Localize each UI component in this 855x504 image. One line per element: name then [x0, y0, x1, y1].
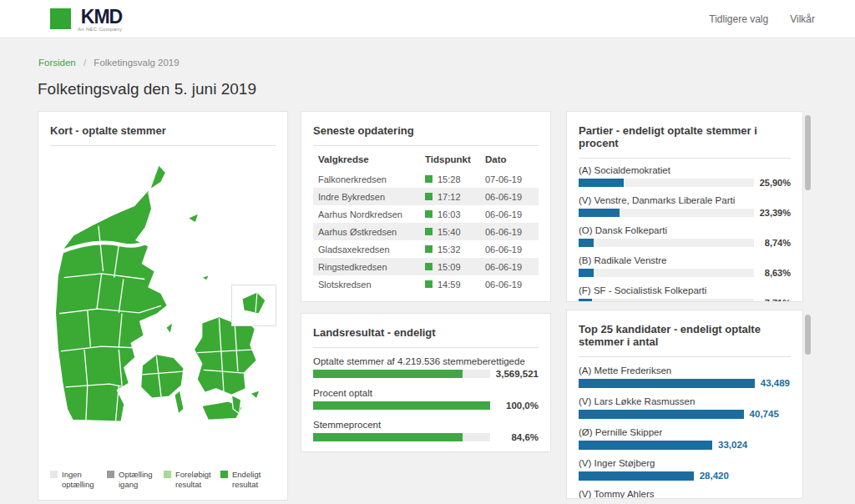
- candidate-label: (Ø) Pernille Skipper: [579, 427, 791, 437]
- district-name: Aarhus Østkredsen: [318, 227, 425, 237]
- table-row[interactable]: Slotskredsen 14:59 06-06-19: [313, 275, 539, 293]
- metric-row: Stemmeprocent 84,6%: [313, 420, 539, 442]
- candidate-votes: 43,489: [761, 378, 790, 388]
- parties-list: (A) Socialdemokratiet 25,90% (V) Venstre…: [567, 159, 802, 302]
- metric-row: Procent optalt 100,0%: [313, 388, 539, 411]
- divider: [313, 145, 539, 146]
- candidate-bar: [579, 471, 694, 481]
- table-row[interactable]: Falkonerkredsen 15:28 07-06-19: [313, 170, 539, 188]
- candidate-bar: [579, 441, 712, 450]
- table-row[interactable]: Indre Bykredsen 17:12 06-06-19: [313, 188, 539, 205]
- latest-updates-card: Seneste opdatering Valgkredse Tidspunkt …: [301, 111, 551, 302]
- update-time: 17:12: [438, 192, 461, 202]
- updates-table: Valgkredse Tidspunkt Dato Falkonerkredse…: [313, 149, 539, 293]
- metric-label: Optalte stemmer af 4.219.536 stemmeberet…: [313, 356, 539, 366]
- final-status-icon: [425, 280, 433, 288]
- party-bar-fill: [579, 179, 624, 187]
- party-bar-fill: [579, 239, 594, 247]
- party-row: (B) Radikale Venstre 8,63%: [579, 255, 791, 278]
- update-date: 06-06-19: [485, 192, 534, 202]
- updates-table-body: Falkonerkredsen 15:28 07-06-19 Indre Byk…: [313, 170, 539, 293]
- metric-label: Procent optalt: [313, 388, 539, 398]
- legend-label: Endeligt resultat: [232, 470, 277, 490]
- map-card-title: Kort - optalte stemmer: [38, 112, 287, 145]
- breadcrumb-separator: /: [83, 58, 86, 68]
- col-dato: Dato: [485, 154, 534, 164]
- party-label: (V) Venstre, Danmarks Liberale Parti: [579, 195, 791, 205]
- candidate-votes: 28,420: [700, 471, 729, 481]
- final-status-icon: [425, 245, 433, 253]
- nav-tidligere-valg[interactable]: Tidligere valg: [709, 13, 768, 25]
- candidate-label: (V) Tommy Ahlers: [579, 489, 791, 499]
- legend-item: Optælling igang: [107, 470, 164, 490]
- candidates-scrollbar[interactable]: [805, 315, 811, 355]
- update-time: 15:40: [438, 227, 461, 237]
- map-card: Kort - optalte stemmer: [38, 111, 288, 501]
- legend-item: Endeligt resultat: [220, 470, 277, 490]
- table-row[interactable]: Ringstedkredsen 15:09 06-06-19: [313, 258, 539, 275]
- breadcrumb: Forsiden / Folketingsvalg 2019: [38, 58, 180, 68]
- updates-card-title: Seneste opdatering: [301, 112, 550, 145]
- candidate-votes: 40,745: [750, 409, 779, 419]
- progress-track: [313, 433, 490, 441]
- party-percent: 8,74%: [754, 238, 791, 248]
- party-label: (B) Radikale Venstre: [579, 255, 791, 265]
- legend-label: Ingen optælling: [62, 470, 107, 490]
- metric-label: Stemmeprocent: [313, 420, 539, 430]
- nav-vilkaar[interactable]: Vilkår: [790, 13, 815, 25]
- update-date: 06-06-19: [485, 209, 534, 219]
- candidates-card: Top 25 kandidater - endeligt optalte ste…: [566, 310, 803, 499]
- update-time: 15:09: [438, 262, 461, 272]
- candidates-list: (A) Mette Frederiksen 43,489 (V) Lars Lø…: [567, 357, 802, 499]
- national-card-title: Landsresultat - endeligt: [301, 314, 550, 347]
- metric-value: 84,6%: [490, 432, 539, 442]
- update-date: 07-06-19: [485, 174, 534, 184]
- party-percent: 7,71%: [754, 298, 791, 302]
- final-status-icon: [425, 193, 433, 200]
- progress-fill: [313, 401, 490, 410]
- update-date: 06-06-19: [485, 280, 534, 290]
- national-result-card: Landsresultat - endeligt Optalte stemmer…: [301, 313, 551, 452]
- legend-item: Ingen optælling: [50, 470, 107, 490]
- candidate-row: (A) Mette Frederiksen 43,489: [579, 365, 791, 388]
- update-time: 14:59: [438, 280, 461, 290]
- kmd-logo-subtitle: An NEC Company: [78, 27, 122, 32]
- breadcrumb-current: Folketingsvalg 2019: [94, 58, 179, 68]
- parties-card-title: Partier - endeligt optalte stemmer i pro…: [567, 112, 802, 158]
- parties-scrollbar[interactable]: [805, 115, 811, 190]
- progress-track: [313, 370, 490, 378]
- table-row[interactable]: Aarhus Nordkredsen 16:03 06-06-19: [313, 205, 539, 223]
- party-bar-track: [579, 179, 754, 187]
- breadcrumb-home-link[interactable]: Forsiden: [38, 58, 76, 68]
- table-row[interactable]: Aarhus Østkredsen 15:40 06-06-19: [313, 223, 539, 240]
- party-label: (O) Dansk Folkeparti: [579, 225, 791, 235]
- party-row: (O) Dansk Folkeparti 8,74%: [579, 225, 791, 248]
- final-status-icon: [425, 228, 433, 235]
- updates-table-header: Valgkredse Tidspunkt Dato: [313, 149, 539, 170]
- update-date: 06-06-19: [485, 244, 534, 255]
- candidate-row: (V) Tommy Ahlers 26,420: [579, 489, 791, 499]
- kmd-logo-text: KMD: [81, 7, 122, 27]
- legend-swatch-icon: [220, 471, 228, 478]
- legend-label: Foreløbigt resultat: [175, 470, 220, 490]
- district-name: Aarhus Nordkredsen: [318, 209, 425, 219]
- col-tidspunkt: Tidspunkt: [425, 154, 485, 164]
- party-percent: 8,63%: [754, 268, 791, 278]
- kmd-logo-square-icon: [50, 8, 71, 29]
- bornholm-inset-map[interactable]: [231, 285, 276, 326]
- metric-value: 100,0%: [490, 401, 539, 411]
- parties-card: Partier - endeligt optalte stemmer i pro…: [566, 111, 803, 302]
- party-bar-fill: [579, 299, 592, 302]
- national-metrics: Optalte stemmer af 4.219.536 stemmeberet…: [301, 348, 550, 442]
- table-row[interactable]: Gladsaxekredsen 15:32 06-06-19: [313, 240, 539, 258]
- party-label: (A) Socialdemokratiet: [579, 165, 791, 175]
- candidate-bar: [579, 410, 744, 419]
- page-title: Folketingsvalg den 5. juni 2019: [38, 80, 256, 98]
- candidate-row: (V) Lars Løkke Rasmussen 40,745: [579, 396, 791, 419]
- party-percent: 23,39%: [754, 208, 791, 218]
- legend-swatch-icon: [50, 471, 58, 478]
- kmd-logo[interactable]: KMD An NEC Company: [50, 7, 122, 32]
- progress-fill: [313, 433, 463, 441]
- party-label: (F) SF - Socialistisk Folkeparti: [579, 285, 791, 295]
- app-header: KMD An NEC Company Tidligere valg Vilkår: [0, 0, 855, 38]
